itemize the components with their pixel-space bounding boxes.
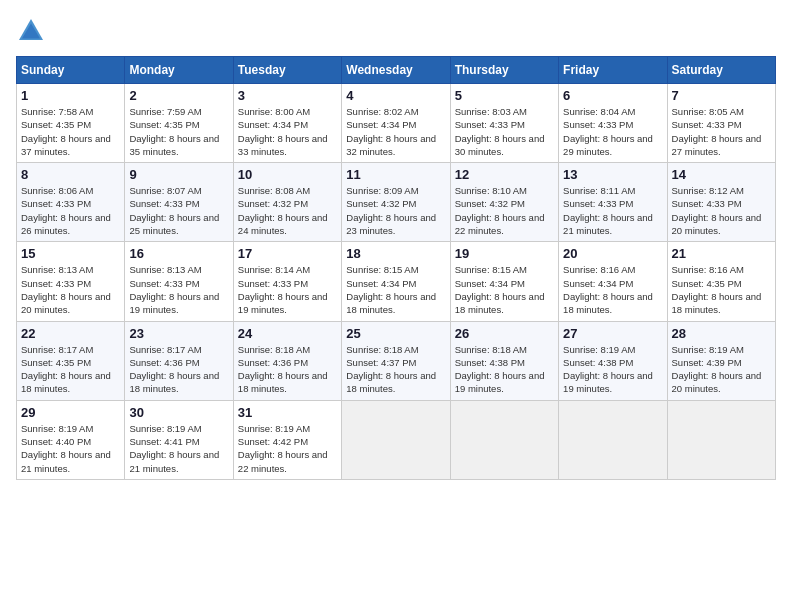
calendar-cell: 23Sunrise: 8:17 AMSunset: 4:36 PMDayligh… xyxy=(125,321,233,400)
day-info: Sunrise: 8:18 AMSunset: 4:37 PMDaylight:… xyxy=(346,343,445,396)
day-info: Sunrise: 8:17 AMSunset: 4:36 PMDaylight:… xyxy=(129,343,228,396)
day-number: 1 xyxy=(21,88,120,103)
day-number: 11 xyxy=(346,167,445,182)
day-number: 16 xyxy=(129,246,228,261)
calendar-cell: 9Sunrise: 8:07 AMSunset: 4:33 PMDaylight… xyxy=(125,163,233,242)
day-info: Sunrise: 8:12 AMSunset: 4:33 PMDaylight:… xyxy=(672,184,771,237)
calendar-cell: 2Sunrise: 7:59 AMSunset: 4:35 PMDaylight… xyxy=(125,84,233,163)
day-info: Sunrise: 8:19 AMSunset: 4:41 PMDaylight:… xyxy=(129,422,228,475)
calendar-week-row: 15Sunrise: 8:13 AMSunset: 4:33 PMDayligh… xyxy=(17,242,776,321)
day-number: 17 xyxy=(238,246,337,261)
calendar-cell: 17Sunrise: 8:14 AMSunset: 4:33 PMDayligh… xyxy=(233,242,341,321)
calendar-cell: 1Sunrise: 7:58 AMSunset: 4:35 PMDaylight… xyxy=(17,84,125,163)
day-number: 23 xyxy=(129,326,228,341)
day-number: 31 xyxy=(238,405,337,420)
day-number: 19 xyxy=(455,246,554,261)
day-info: Sunrise: 8:07 AMSunset: 4:33 PMDaylight:… xyxy=(129,184,228,237)
day-info: Sunrise: 8:16 AMSunset: 4:35 PMDaylight:… xyxy=(672,263,771,316)
day-number: 21 xyxy=(672,246,771,261)
calendar-header-wednesday: Wednesday xyxy=(342,57,450,84)
calendar-cell: 26Sunrise: 8:18 AMSunset: 4:38 PMDayligh… xyxy=(450,321,558,400)
calendar-cell: 21Sunrise: 8:16 AMSunset: 4:35 PMDayligh… xyxy=(667,242,775,321)
day-number: 15 xyxy=(21,246,120,261)
calendar-cell: 7Sunrise: 8:05 AMSunset: 4:33 PMDaylight… xyxy=(667,84,775,163)
calendar-cell: 28Sunrise: 8:19 AMSunset: 4:39 PMDayligh… xyxy=(667,321,775,400)
day-info: Sunrise: 8:19 AMSunset: 4:38 PMDaylight:… xyxy=(563,343,662,396)
calendar-cell: 18Sunrise: 8:15 AMSunset: 4:34 PMDayligh… xyxy=(342,242,450,321)
logo xyxy=(16,16,50,46)
day-number: 9 xyxy=(129,167,228,182)
day-number: 5 xyxy=(455,88,554,103)
day-info: Sunrise: 8:05 AMSunset: 4:33 PMDaylight:… xyxy=(672,105,771,158)
day-info: Sunrise: 8:00 AMSunset: 4:34 PMDaylight:… xyxy=(238,105,337,158)
calendar-cell xyxy=(342,400,450,479)
calendar-cell: 13Sunrise: 8:11 AMSunset: 4:33 PMDayligh… xyxy=(559,163,667,242)
day-info: Sunrise: 8:13 AMSunset: 4:33 PMDaylight:… xyxy=(129,263,228,316)
calendar-cell: 31Sunrise: 8:19 AMSunset: 4:42 PMDayligh… xyxy=(233,400,341,479)
calendar-cell: 27Sunrise: 8:19 AMSunset: 4:38 PMDayligh… xyxy=(559,321,667,400)
day-info: Sunrise: 7:58 AMSunset: 4:35 PMDaylight:… xyxy=(21,105,120,158)
day-info: Sunrise: 8:19 AMSunset: 4:40 PMDaylight:… xyxy=(21,422,120,475)
calendar-cell: 10Sunrise: 8:08 AMSunset: 4:32 PMDayligh… xyxy=(233,163,341,242)
day-info: Sunrise: 8:17 AMSunset: 4:35 PMDaylight:… xyxy=(21,343,120,396)
calendar-table: SundayMondayTuesdayWednesdayThursdayFrid… xyxy=(16,56,776,480)
calendar-cell: 3Sunrise: 8:00 AMSunset: 4:34 PMDaylight… xyxy=(233,84,341,163)
day-number: 28 xyxy=(672,326,771,341)
day-number: 2 xyxy=(129,88,228,103)
calendar-cell: 5Sunrise: 8:03 AMSunset: 4:33 PMDaylight… xyxy=(450,84,558,163)
calendar-cell xyxy=(559,400,667,479)
calendar-cell xyxy=(667,400,775,479)
calendar-cell: 22Sunrise: 8:17 AMSunset: 4:35 PMDayligh… xyxy=(17,321,125,400)
calendar-header-friday: Friday xyxy=(559,57,667,84)
day-info: Sunrise: 8:08 AMSunset: 4:32 PMDaylight:… xyxy=(238,184,337,237)
day-info: Sunrise: 8:15 AMSunset: 4:34 PMDaylight:… xyxy=(455,263,554,316)
day-info: Sunrise: 8:02 AMSunset: 4:34 PMDaylight:… xyxy=(346,105,445,158)
day-number: 12 xyxy=(455,167,554,182)
day-number: 14 xyxy=(672,167,771,182)
calendar-cell: 30Sunrise: 8:19 AMSunset: 4:41 PMDayligh… xyxy=(125,400,233,479)
calendar-week-row: 1Sunrise: 7:58 AMSunset: 4:35 PMDaylight… xyxy=(17,84,776,163)
calendar-header-sunday: Sunday xyxy=(17,57,125,84)
day-info: Sunrise: 8:03 AMSunset: 4:33 PMDaylight:… xyxy=(455,105,554,158)
calendar-cell: 12Sunrise: 8:10 AMSunset: 4:32 PMDayligh… xyxy=(450,163,558,242)
calendar-header-monday: Monday xyxy=(125,57,233,84)
day-number: 7 xyxy=(672,88,771,103)
day-number: 27 xyxy=(563,326,662,341)
day-number: 26 xyxy=(455,326,554,341)
calendar-cell: 8Sunrise: 8:06 AMSunset: 4:33 PMDaylight… xyxy=(17,163,125,242)
calendar-cell: 4Sunrise: 8:02 AMSunset: 4:34 PMDaylight… xyxy=(342,84,450,163)
day-number: 13 xyxy=(563,167,662,182)
calendar-cell: 11Sunrise: 8:09 AMSunset: 4:32 PMDayligh… xyxy=(342,163,450,242)
calendar-week-row: 29Sunrise: 8:19 AMSunset: 4:40 PMDayligh… xyxy=(17,400,776,479)
day-info: Sunrise: 8:04 AMSunset: 4:33 PMDaylight:… xyxy=(563,105,662,158)
calendar-week-row: 22Sunrise: 8:17 AMSunset: 4:35 PMDayligh… xyxy=(17,321,776,400)
day-info: Sunrise: 7:59 AMSunset: 4:35 PMDaylight:… xyxy=(129,105,228,158)
day-info: Sunrise: 8:06 AMSunset: 4:33 PMDaylight:… xyxy=(21,184,120,237)
day-info: Sunrise: 8:09 AMSunset: 4:32 PMDaylight:… xyxy=(346,184,445,237)
day-number: 8 xyxy=(21,167,120,182)
calendar-cell: 6Sunrise: 8:04 AMSunset: 4:33 PMDaylight… xyxy=(559,84,667,163)
calendar-cell: 29Sunrise: 8:19 AMSunset: 4:40 PMDayligh… xyxy=(17,400,125,479)
day-number: 22 xyxy=(21,326,120,341)
calendar-cell: 24Sunrise: 8:18 AMSunset: 4:36 PMDayligh… xyxy=(233,321,341,400)
day-info: Sunrise: 8:16 AMSunset: 4:34 PMDaylight:… xyxy=(563,263,662,316)
day-info: Sunrise: 8:18 AMSunset: 4:36 PMDaylight:… xyxy=(238,343,337,396)
calendar-cell xyxy=(450,400,558,479)
day-info: Sunrise: 8:15 AMSunset: 4:34 PMDaylight:… xyxy=(346,263,445,316)
day-number: 30 xyxy=(129,405,228,420)
calendar-cell: 14Sunrise: 8:12 AMSunset: 4:33 PMDayligh… xyxy=(667,163,775,242)
logo-icon xyxy=(16,16,46,46)
day-info: Sunrise: 8:10 AMSunset: 4:32 PMDaylight:… xyxy=(455,184,554,237)
day-number: 3 xyxy=(238,88,337,103)
day-info: Sunrise: 8:14 AMSunset: 4:33 PMDaylight:… xyxy=(238,263,337,316)
day-info: Sunrise: 8:19 AMSunset: 4:42 PMDaylight:… xyxy=(238,422,337,475)
calendar-header-row: SundayMondayTuesdayWednesdayThursdayFrid… xyxy=(17,57,776,84)
day-number: 10 xyxy=(238,167,337,182)
calendar-cell: 19Sunrise: 8:15 AMSunset: 4:34 PMDayligh… xyxy=(450,242,558,321)
calendar-cell: 25Sunrise: 8:18 AMSunset: 4:37 PMDayligh… xyxy=(342,321,450,400)
day-info: Sunrise: 8:13 AMSunset: 4:33 PMDaylight:… xyxy=(21,263,120,316)
day-number: 29 xyxy=(21,405,120,420)
day-number: 25 xyxy=(346,326,445,341)
day-info: Sunrise: 8:18 AMSunset: 4:38 PMDaylight:… xyxy=(455,343,554,396)
day-number: 24 xyxy=(238,326,337,341)
